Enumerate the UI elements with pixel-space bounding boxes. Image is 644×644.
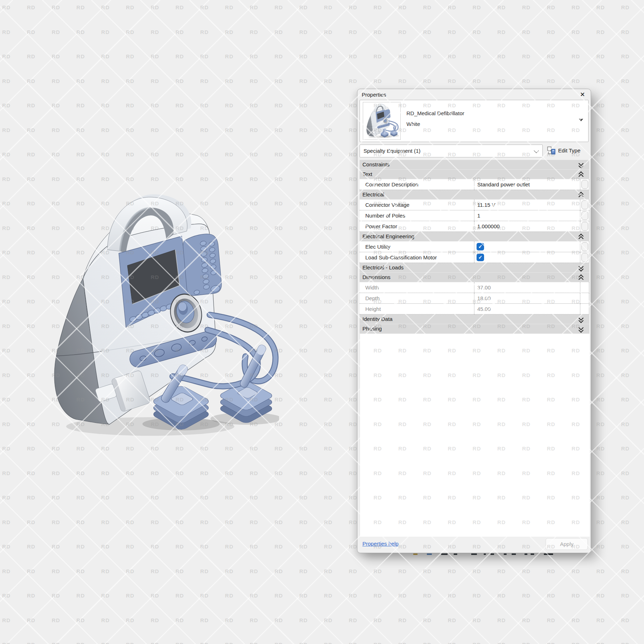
properties-help-link[interactable]: Properties help [362,541,399,547]
property-value-cell[interactable]: ✓ [474,252,580,263]
watermark-text: RD [126,151,135,157]
watermark-text: RD [374,78,382,84]
associate-parameter-button[interactable] [581,222,588,231]
property-value-cell[interactable]: 11.15 V [474,200,580,210]
watermark-text: RD [225,127,234,133]
watermark-text: RD [151,127,159,133]
property-value: 1 [477,213,480,219]
section-row-dimensions[interactable]: Dimensions [360,273,589,282]
associate-parameter-button[interactable] [581,211,588,220]
watermark-text: RD [621,176,630,182]
watermark-text: RD [497,592,506,599]
watermark-text: RD [2,592,11,599]
watermark-text: RD [349,421,357,427]
checkbox-checked-icon[interactable]: ✓ [477,243,484,250]
watermark-text: RD [126,78,135,84]
property-row-height: Height45.00 [360,304,589,314]
watermark-text: RD [27,617,35,623]
type-selector[interactable]: RD_Medical Defibrillator White [360,100,589,142]
watermark-text: RD [448,592,457,599]
associate-parameter-button[interactable] [581,242,588,251]
watermark-text: RD [596,4,605,10]
watermark-text: RD [522,78,531,84]
close-icon[interactable]: ✕ [579,91,586,99]
watermark-text: RD [225,568,234,574]
watermark-text: RD [126,29,135,35]
watermark-text: RD [27,372,35,378]
watermark-text: RD [27,176,35,182]
watermark-text: RD [324,347,333,353]
watermark-text: RD [299,421,308,427]
watermark-text: RD [596,274,605,280]
watermark-text: RD [398,592,407,599]
watermark-text: RD [324,102,333,108]
watermark-text: RD [596,470,605,476]
associate-parameter-button[interactable] [581,253,588,262]
watermark-text: RD [621,641,630,644]
section-row-electrical-loads[interactable]: Electrical - Loads [360,263,589,273]
watermark-text: RD [522,568,531,574]
section-row-identity-data[interactable]: Identity Data [360,314,589,324]
watermark-text: RD [621,445,630,452]
property-value-cell[interactable]: Standard power outlet [474,179,580,190]
watermark-text: RD [621,347,630,353]
associate-parameter-button[interactable] [581,180,588,189]
watermark-text: RD [596,543,605,550]
watermark-text: RD [299,29,308,35]
chevron-down-icon [534,148,539,153]
type-selector-dropdown-icon[interactable] [579,119,583,121]
cropped-icon-fragment [484,553,486,555]
section-row-electrical[interactable]: Electrical [360,190,589,200]
section-row-electrical-engineering[interactable]: Electrical Engineering [360,232,589,241]
watermark-text: RD [349,151,357,157]
watermark-text: RD [423,53,431,59]
watermark-text: RD [596,53,605,59]
section-label: Identity Data [362,316,392,322]
watermark-text: RD [324,4,333,10]
section-row-text[interactable]: Text [360,170,589,179]
watermark-text: RD [274,519,283,525]
watermark-text: RD [151,470,159,476]
watermark-text: RD [324,445,333,452]
panel-footer: Properties help Apply [357,536,591,553]
section-row-constraints[interactable]: Constraints [360,160,589,170]
watermark-text: RD [621,53,630,59]
watermark-text: RD [349,78,357,84]
watermark-text: RD [225,176,234,182]
watermark-text: RD [175,4,184,10]
property-value-cell[interactable]: ✓ [474,241,580,252]
watermark-text: RD [448,568,457,574]
watermark-text: RD [349,249,357,255]
associate-parameter-button[interactable] [581,200,588,209]
watermark-text: RD [572,53,580,59]
watermark-text: RD [27,592,35,599]
watermark-text: RD [101,445,110,452]
checkbox-checked-icon[interactable]: ✓ [477,254,484,261]
property-label: Elec Utility [365,244,390,250]
apply-button[interactable]: Apply [546,538,588,550]
chevron-double-down-icon [579,326,584,332]
watermark-text: RD [27,249,35,255]
watermark-text: RD [324,421,333,427]
category-filter-value: Specialty Equipment (1) [364,148,420,154]
watermark-text: RD [126,519,135,525]
watermark-text: RD [621,470,630,476]
watermark-text: RD [250,29,258,35]
watermark-text: RD [2,176,11,182]
watermark-text: RD [52,151,60,157]
property-value-cell[interactable]: 1 [474,210,580,221]
watermark-text: RD [250,543,258,550]
property-label-cell: Depth [360,293,474,304]
watermark-text: RD [274,470,283,476]
watermark-text: RD [274,176,283,182]
property-value-cell[interactable]: 1.000000 [474,221,580,232]
section-row-phasing[interactable]: Phasing [360,324,589,334]
watermark-text: RD [324,151,333,157]
watermark-text: RD [77,102,85,108]
watermark-text: RD [2,617,11,623]
watermark-text: RD [250,519,258,525]
category-filter-combobox[interactable]: Specialty Equipment (1) [360,145,543,157]
watermark-text: RD [299,200,308,206]
watermark-text: RD [27,127,35,133]
watermark-text: RD [27,78,35,84]
